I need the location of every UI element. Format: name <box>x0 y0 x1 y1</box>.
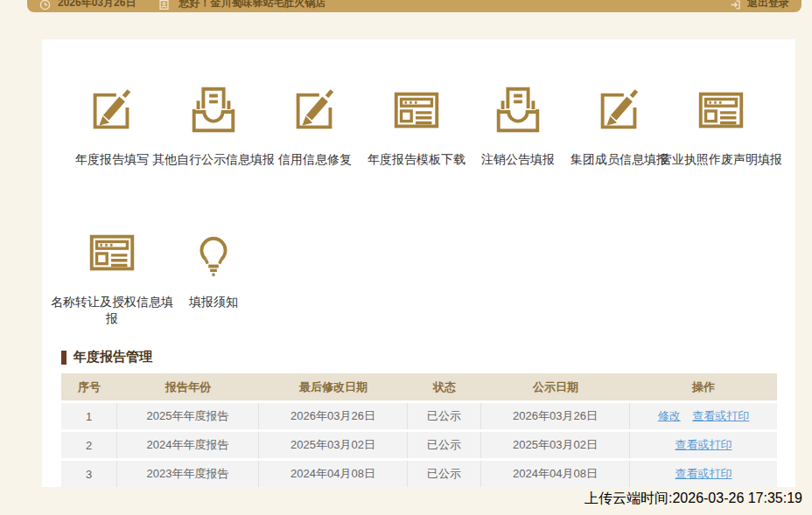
edit-icon <box>85 83 139 137</box>
col-header-status: 状态 <box>408 373 481 400</box>
col-header-index: 序号 <box>61 373 117 400</box>
logout-button[interactable]: 退出登录 <box>730 0 789 10</box>
col-header-last-modified: 最后修改日期 <box>259 373 408 400</box>
cell-report-year: 2023年年度报告 <box>117 461 259 487</box>
col-header-publish-date: 公示日期 <box>481 373 630 400</box>
edit-icon <box>592 83 647 137</box>
shortcut-credit-repair[interactable]: 信用信息修复 <box>264 83 366 168</box>
cell-status: 已公示 <box>408 461 481 487</box>
cell-actions: 查看或打印 <box>630 432 777 458</box>
shortcut-label: 名称转让及授权信息填报 <box>48 294 176 327</box>
col-header-report-year: 报告年份 <box>117 373 259 400</box>
table-header-row: 序号 报告年份 最后修改日期 状态 公示日期 操作 <box>61 373 777 400</box>
cell-last-modified: 2024年04月08日 <box>259 461 408 487</box>
cell-actions: 查看或打印 <box>630 461 777 487</box>
modify-link[interactable]: 修改 <box>658 409 681 422</box>
shortcut-label: 其他自行公示信息填报 <box>152 151 275 168</box>
annual-report-table: 序号 报告年份 最后修改日期 状态 公示日期 操作 1 2025年年度报告 20… <box>61 371 777 490</box>
cell-actions: 修改 查看或打印 <box>630 403 777 429</box>
id-card-icon <box>158 0 170 10</box>
cell-last-modified: 2026年03月26日 <box>259 403 408 429</box>
lightbulb-icon <box>186 226 241 280</box>
shortcut-grid: 年度报告填写 其他自行公示信息填报 信用信息修复 年度报告模板下载 注销公告填报… <box>42 39 788 385</box>
section-title-marker <box>61 351 66 365</box>
cell-index: 1 <box>61 403 117 429</box>
shortcut-group-member-info[interactable]: 集团成员信息填报 <box>569 83 670 168</box>
section-title-row: 年度报告管理 <box>61 349 777 365</box>
annual-report-section: 年度报告管理 序号 报告年份 最后修改日期 状态 公示日期 操作 1 <box>61 349 777 490</box>
edit-icon <box>288 83 342 137</box>
inbox-document-icon <box>186 83 241 137</box>
shortcut-cancellation-notice[interactable]: 注销公告填报 <box>467 83 569 168</box>
cell-publish-date: 2024年04月08日 <box>481 461 630 487</box>
cell-report-year: 2025年年度报告 <box>117 403 259 429</box>
shortcut-label: 集团成员信息填报 <box>570 151 668 168</box>
cell-last-modified: 2025年03月02日 <box>259 432 408 458</box>
shortcut-filing-instructions[interactable]: 填报须知 <box>163 226 264 327</box>
shortcut-label: 营业执照作废声明填报 <box>660 151 782 168</box>
shortcut-label: 年度报告模板下载 <box>368 151 466 168</box>
webpage-icon <box>389 83 444 137</box>
view-or-print-link[interactable]: 查看或打印 <box>676 438 732 451</box>
webpage-icon <box>85 226 139 280</box>
clock-icon <box>39 0 51 10</box>
col-header-actions: 操作 <box>630 373 777 400</box>
shortcut-label: 信用信息修复 <box>278 151 352 168</box>
shortcut-template-download[interactable]: 年度报告模板下载 <box>366 83 467 168</box>
topbar-date: 2026年03月26日 <box>58 0 136 10</box>
shortcut-annual-report-fill[interactable]: 年度报告填写 <box>61 83 163 168</box>
main-card: 年度报告填写 其他自行公示信息填报 信用信息修复 年度报告模板下载 注销公告填报… <box>42 39 795 487</box>
cell-index: 2 <box>61 432 117 458</box>
topbar-greeting: 您好！金川蜀味驿站毛肚火锅店 <box>178 0 326 10</box>
table-row: 3 2023年年度报告 2024年04月08日 已公示 2024年04月08日 … <box>61 461 777 487</box>
shortcut-label: 年度报告填写 <box>75 151 149 168</box>
table-row: 1 2025年年度报告 2026年03月26日 已公示 2026年03月26日 … <box>61 403 777 429</box>
view-or-print-link[interactable]: 查看或打印 <box>692 409 749 422</box>
cell-publish-date: 2025年03月02日 <box>481 432 630 458</box>
shortcut-license-void-declaration[interactable]: 营业执照作废声明填报 <box>670 83 772 168</box>
section-title: 年度报告管理 <box>74 349 152 365</box>
shortcut-label: 注销公告填报 <box>481 151 555 168</box>
cell-status: 已公示 <box>408 403 481 429</box>
shortcut-name-transfer-authorization[interactable]: 名称转让及授权信息填报 <box>61 226 163 327</box>
cell-status: 已公示 <box>408 432 481 458</box>
shortcut-other-publicity-info[interactable]: 其他自行公示信息填报 <box>163 83 264 168</box>
table-row: 2 2024年年度报告 2025年03月02日 已公示 2025年03月02日 … <box>61 432 777 458</box>
view-or-print-link[interactable]: 查看或打印 <box>676 467 732 480</box>
cell-publish-date: 2026年03月26日 <box>481 403 630 429</box>
inbox-document-icon <box>491 83 545 137</box>
cell-report-year: 2024年年度报告 <box>117 432 259 458</box>
logout-label: 退出登录 <box>747 0 789 10</box>
cell-index: 3 <box>61 461 117 487</box>
topbar: 2026年03月26日 您好！金川蜀味驿站毛肚火锅店 退出登录 <box>27 0 802 12</box>
logout-icon <box>730 0 741 10</box>
webpage-icon <box>694 83 748 137</box>
shortcut-label: 填报须知 <box>189 294 238 310</box>
upload-time-text: 上传云端时间:2026-03-26 17:35:19 <box>584 490 802 508</box>
